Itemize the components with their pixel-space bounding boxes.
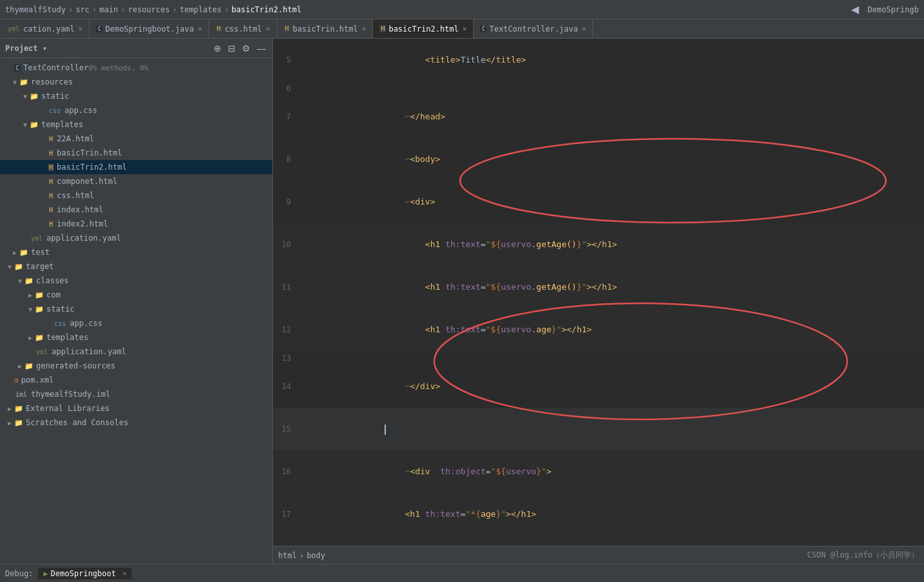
- tab-textCtrl-close[interactable]: ✕: [582, 25, 587, 33]
- icon-templates2: 📁: [35, 334, 44, 342]
- label-test: test: [31, 248, 50, 257]
- tab-yaml-close[interactable]: ✕: [79, 25, 83, 33]
- label-templates2: templates: [46, 333, 88, 342]
- sidebar: Project ▾ ⊕ ⊟ ⚙ — C TextController 0% me…: [0, 39, 273, 564]
- tree-item-pom[interactable]: m pom.xml: [0, 373, 272, 387]
- tab-demo-label: DemoSpringboot.java: [105, 25, 194, 34]
- tree-item-appyaml1[interactable]: yml application.yaml: [0, 231, 272, 245]
- tree-item-extlibs[interactable]: ▶ 📁 External Libraries: [0, 401, 272, 416]
- tree-item-templates2[interactable]: ▶ 📁 templates: [0, 330, 272, 345]
- tree-item-com[interactable]: ▶ 📁 com: [0, 288, 272, 302]
- icon-com: 📁: [35, 291, 44, 299]
- nav-back-icon[interactable]: ◀: [847, 2, 863, 17]
- label-appcss1: app.css: [65, 106, 97, 115]
- status-body: body: [306, 551, 325, 560]
- tab-demo[interactable]: C DemoSpringboot.java ✕: [90, 19, 209, 38]
- tab-basicTrin-label: basicTrin.html: [293, 25, 358, 34]
- tree-item-generated[interactable]: ▶ 📁 generated-sources: [0, 359, 272, 373]
- code-line-10: 10 <h1 th:text="${uservo.getAge()}"></h1…: [273, 223, 924, 266]
- line-num-6: 6: [273, 81, 299, 95]
- sidebar-layout-icon[interactable]: ⊟: [226, 42, 237, 55]
- sep1: ›: [68, 5, 73, 14]
- line-num-12: 12: [273, 323, 299, 337]
- tab-yaml-label: cation.yaml: [23, 25, 74, 34]
- tree-item-22A[interactable]: H 22A.html: [0, 132, 272, 146]
- line-content-8: ⌐<body>: [299, 138, 924, 181]
- tab-css-close[interactable]: ✕: [266, 25, 270, 33]
- arrow-static1: ▼: [21, 93, 30, 100]
- tree-item-test[interactable]: ▶ 📁 test: [0, 245, 272, 259]
- tree-item-appyaml2[interactable]: yml application.yaml: [0, 345, 272, 359]
- tab-yaml[interactable]: yml cation.yaml ✕: [0, 19, 90, 38]
- icon-appyaml1: yml: [30, 235, 44, 242]
- tree-item-scratches[interactable]: ▶ 📁 Scratches and Consoles: [0, 416, 272, 430]
- tree-item-appcss2[interactable]: css app.css: [0, 316, 272, 330]
- tab-basicTrin-close[interactable]: ✕: [362, 25, 367, 33]
- tree-item-csshtml[interactable]: H css.html: [0, 188, 272, 203]
- tab-basicTrin[interactable]: H basicTrin.html ✕: [277, 19, 374, 38]
- label-appyaml1: application.yaml: [46, 234, 121, 243]
- tree-item-index[interactable]: H index.html: [0, 203, 272, 217]
- tree-item-classes[interactable]: ▼ 📁 classes: [0, 274, 272, 288]
- icon-scratches: 📁: [14, 419, 23, 427]
- tab-basicTrin2[interactable]: H basicTrin2.html ✕: [373, 19, 474, 38]
- sidebar-globe-icon[interactable]: ⊕: [212, 42, 223, 55]
- line-content-5: <title>Title</title>: [299, 39, 924, 81]
- tab-demo-close[interactable]: ✕: [197, 25, 202, 33]
- code-line-17: 17 <h1 th:text="*{age}"></h1>: [273, 493, 924, 536]
- sidebar-collapse-icon[interactable]: —: [256, 42, 267, 55]
- sidebar-header: Project ▾ ⊕ ⊟ ⚙ —: [0, 39, 272, 58]
- code-editor[interactable]: 5 <title>Title</title> 6: [273, 39, 924, 546]
- icon-index: H: [48, 206, 54, 214]
- tab-bar: yml cation.yaml ✕ C DemoSpringboot.java …: [0, 19, 924, 39]
- icon-csshtml: H: [48, 192, 54, 199]
- label-templates1: templates: [41, 120, 83, 129]
- line-num-16: 16: [273, 465, 299, 479]
- label-extlibs: External Libraries: [26, 404, 110, 413]
- label-appcss2: app.css: [70, 319, 103, 328]
- line-num-9: 9: [273, 195, 299, 209]
- tree-item-static2[interactable]: ▼ 📁 static: [0, 302, 272, 316]
- tab-css[interactable]: H css.html ✕: [209, 19, 277, 38]
- label-appyaml2: application.yaml: [52, 347, 126, 356]
- code-line-6: 6: [273, 81, 924, 95]
- tree-item-basicTrin2[interactable]: H basicTrin2.html: [0, 160, 272, 174]
- icon-thyiml: iml: [14, 391, 28, 398]
- status-html: html: [278, 551, 297, 560]
- tree-item-thyiml[interactable]: iml thymealfStudy.iml: [0, 387, 272, 401]
- line-num-5: 5: [273, 53, 299, 67]
- tree-item-textController[interactable]: C TextController 0% methods, 0%: [0, 61, 272, 75]
- label-target: target: [26, 262, 54, 271]
- debug-tab-close[interactable]: ✕: [123, 569, 127, 577]
- tree-item-target[interactable]: ▼ 📁 target: [0, 259, 272, 274]
- line-content-17: <h1 th:text="*{age}"></h1>: [299, 493, 924, 536]
- arrow-templates2: ▶: [26, 334, 35, 341]
- tree-item-index2[interactable]: H index2.html: [0, 217, 272, 231]
- icon-extlibs: 📁: [14, 405, 23, 413]
- debug-tab-demo[interactable]: ▶ DemoSpringboot ✕: [38, 568, 132, 579]
- icon-resources: 📁: [19, 78, 28, 86]
- label-com: com: [46, 290, 61, 299]
- tab-basicTrin2-close[interactable]: ✕: [463, 25, 467, 33]
- status-sep: ›: [299, 551, 304, 560]
- tab-textCtrl[interactable]: C TextController.java ✕: [474, 19, 593, 38]
- arrow-templates1: ▼: [21, 121, 30, 128]
- label-csshtml: css.html: [57, 191, 94, 200]
- debug-label: Debug:: [5, 569, 33, 578]
- tree-item-static1[interactable]: ▼ 📁 static: [0, 89, 272, 103]
- tree-item-appcss1[interactable]: css app.css: [0, 103, 272, 117]
- label-classes: classes: [36, 276, 69, 285]
- tree-item-resources[interactable]: ▼ 📁 resources: [0, 75, 272, 89]
- arrow-test: ▶: [10, 249, 19, 256]
- tree-item-componet[interactable]: H componet.html: [0, 174, 272, 188]
- demo-java-icon: C: [96, 25, 103, 32]
- debug-tab-label: DemoSpringboot: [51, 569, 116, 578]
- icon-appcss2: css: [53, 320, 67, 327]
- line-content-15: [299, 408, 924, 450]
- tree-item-templates1[interactable]: ▼ 📁 templates: [0, 117, 272, 132]
- editor-area: 5 <title>Title</title> 6: [273, 39, 924, 564]
- sidebar-gear-icon[interactable]: ⚙: [241, 42, 252, 55]
- yaml-icon: yml: [6, 25, 21, 32]
- tree-item-basicTrin[interactable]: H basicTrin.html: [0, 146, 272, 160]
- label-resources: resources: [31, 77, 73, 86]
